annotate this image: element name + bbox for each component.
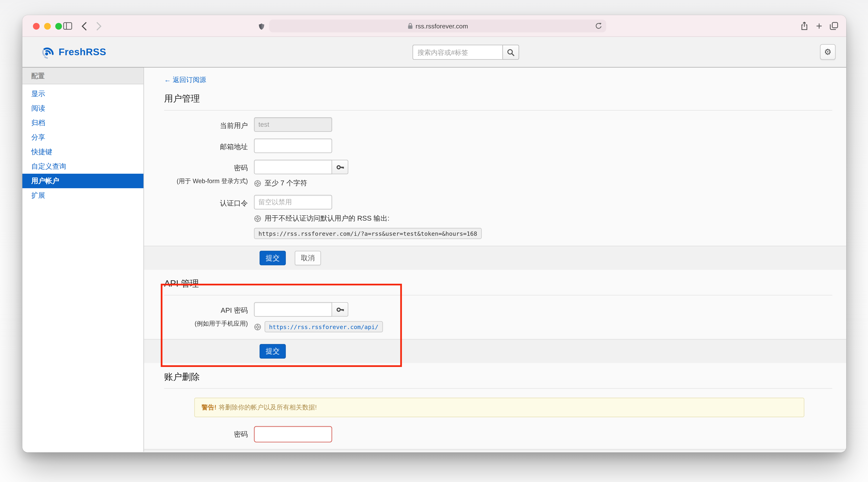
submit-button[interactable]: 提交: [259, 251, 286, 265]
show-password-button[interactable]: [332, 160, 348, 174]
api-form-actions: 提交: [144, 339, 846, 363]
search-input[interactable]: [412, 45, 502, 60]
desktop: rss.rssforever.com +: [0, 0, 868, 482]
api-submit-button[interactable]: 提交: [259, 344, 286, 359]
deletion-password-field[interactable]: [254, 426, 332, 442]
api-password-label: API 密码 (例如用于手机应用): [144, 302, 248, 332]
deletion-password-label: 密码: [144, 426, 248, 442]
warning-text: 将删除你的帐户以及所有相关数据!: [219, 404, 317, 411]
help-icon: [254, 180, 261, 187]
settings-button[interactable]: ⚙: [820, 44, 836, 60]
show-api-password-button[interactable]: [332, 302, 348, 317]
app-title: FreshRSS: [59, 46, 106, 58]
share-icon[interactable]: [800, 21, 809, 31]
email-group: 邮箱地址: [144, 139, 846, 153]
rss-output-url: https://rss.rssforever.com/i/?a=rss&user…: [254, 228, 482, 239]
sidebar-toggle-icon[interactable]: [62, 21, 72, 31]
user-management-form: 当前用户 邮箱地址 密码 (用于 Web-form 登录方式): [144, 117, 846, 270]
screen: rss.rssforever.com +: [0, 0, 868, 482]
api-management-section: API 管理 API 密码 (例如用于手机应用): [144, 278, 846, 363]
sidebar-item-archiving[interactable]: 归档: [22, 116, 144, 130]
sidebar-item-display[interactable]: 显示: [22, 87, 144, 101]
main-content: ← 返回订阅源 用户管理 当前用户 邮箱地址: [144, 67, 846, 452]
token-label: 认证口令: [144, 195, 248, 239]
sidebar-header: 配置: [22, 67, 144, 84]
window-close-button[interactable]: [33, 23, 40, 30]
token-group: 认证口令 用于不经认证访问默认用户的 RSS 输出: https://rss.r…: [144, 195, 846, 239]
search-button[interactable]: [502, 45, 519, 60]
search-icon: [507, 48, 515, 56]
browser-titlebar: rss.rssforever.com +: [22, 15, 846, 37]
lock-icon: [407, 22, 413, 30]
password-label: 密码 (用于 Web-form 登录方式): [144, 160, 248, 188]
window-zoom-button[interactable]: [55, 23, 62, 30]
window-minimize-button[interactable]: [44, 23, 51, 30]
api-url-link[interactable]: https://rss.rssforever.com/api/: [265, 321, 383, 332]
sidebar-item-reading[interactable]: 阅读: [22, 101, 144, 116]
current-user-group: 当前用户: [144, 117, 846, 132]
account-deletion-title: 账户删除: [164, 371, 832, 389]
email-label: 邮箱地址: [144, 139, 248, 153]
user-form-actions: 提交 取消: [144, 246, 846, 270]
api-management-title: API 管理: [164, 278, 832, 295]
app-header: FreshRSS ⚙: [22, 37, 846, 67]
freshrss-logo[interactable]: FreshRSS: [41, 44, 106, 59]
deletion-warning: 警告!将删除你的帐户以及所有相关数据!: [194, 398, 804, 417]
password-field[interactable]: [254, 160, 332, 174]
api-password-field[interactable]: [254, 302, 332, 317]
key-icon: [336, 305, 344, 314]
back-icon[interactable]: [79, 21, 89, 31]
warning-strong: 警告!: [202, 404, 217, 411]
token-field[interactable]: [254, 195, 332, 209]
search-form: [412, 45, 519, 60]
current-user-field: [254, 117, 332, 132]
app-body: 配置 显示 阅读 归档 分享 快捷键 自定义查询 用户帐户 扩展 ← 返回订阅源…: [22, 67, 846, 452]
tab-overview-icon[interactable]: [830, 22, 838, 30]
sidebar-item-sharing[interactable]: 分享: [22, 130, 144, 145]
back-to-feeds-link[interactable]: ← 返回订阅源: [164, 76, 206, 85]
password-hint: 至少 7 个字符: [265, 179, 307, 188]
deletion-form-actions: 删除: [144, 449, 846, 452]
new-tab-icon[interactable]: +: [816, 22, 822, 30]
api-password-note: (例如用于手机应用): [144, 320, 248, 328]
email-field[interactable]: [254, 139, 332, 153]
config-sidebar: 配置 显示 阅读 归档 分享 快捷键 自定义查询 用户帐户 扩展: [22, 67, 144, 452]
sidebar-item-shortcuts[interactable]: 快捷键: [22, 145, 144, 159]
sidebar-item-account[interactable]: 用户帐户: [22, 174, 144, 188]
forward-icon[interactable]: [94, 21, 104, 31]
deletion-password-group: 密码: [144, 426, 846, 442]
cancel-button[interactable]: 取消: [294, 251, 321, 265]
password-group: 密码 (用于 Web-form 登录方式): [144, 160, 846, 188]
gear-icon: ⚙: [824, 47, 832, 57]
help-icon: [254, 215, 261, 222]
privacy-shield-icon[interactable]: [256, 22, 266, 31]
token-hint: 用于不经认证访问默认用户的 RSS 输出:: [265, 214, 390, 223]
url-text: rss.rssforever.com: [416, 23, 468, 29]
key-icon: [336, 163, 344, 171]
user-management-title: 用户管理: [164, 93, 832, 111]
help-icon: [254, 323, 261, 330]
reload-icon[interactable]: [595, 22, 602, 30]
sidebar-item-extensions[interactable]: 扩展: [22, 188, 144, 203]
freshrss-logo-icon: [41, 44, 56, 59]
sidebar-menu: 显示 阅读 归档 分享 快捷键 自定义查询 用户帐户 扩展: [22, 87, 144, 203]
address-bar[interactable]: rss.rssforever.com: [269, 20, 606, 32]
password-note: (用于 Web-form 登录方式): [144, 177, 248, 186]
api-password-group: API 密码 (例如用于手机应用): [144, 302, 846, 332]
browser-window: rss.rssforever.com +: [22, 15, 846, 452]
sidebar-item-queries[interactable]: 自定义查询: [22, 159, 144, 174]
current-user-label: 当前用户: [144, 117, 248, 132]
